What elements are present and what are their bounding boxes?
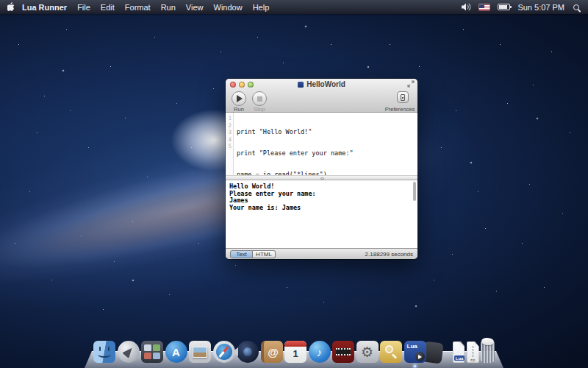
fullscreen-icon[interactable]: [407, 80, 415, 88]
zip-file-icon[interactable]: zip: [467, 342, 479, 363]
stop-button-label: Stop: [246, 106, 273, 113]
trash-paper: [481, 338, 494, 345]
magnifier-icon: [385, 345, 393, 353]
volume-menu-extra[interactable]: [462, 3, 471, 11]
dvd-player-icon[interactable]: [332, 341, 354, 363]
menu-edit[interactable]: Edit: [101, 3, 115, 12]
stop-button[interactable]: [252, 91, 267, 106]
lua-file-icon[interactable]: Lua: [453, 342, 465, 363]
app-store-icon[interactable]: A: [165, 341, 187, 363]
app-store-letter: A: [172, 346, 180, 358]
dock-icons: A @ 1 ♪ ⚙ Lua Lua zip: [93, 338, 495, 363]
input-language-menu-extra[interactable]: [478, 4, 490, 11]
line-number: 2: [226, 122, 233, 130]
rocket-glyph: [121, 345, 135, 358]
menu-run[interactable]: Run: [161, 3, 176, 12]
output-scrollbar[interactable]: [413, 182, 416, 201]
gear-icon: ⚙: [361, 344, 373, 361]
camera-app-icon[interactable]: [237, 341, 259, 363]
us-flag-icon: [478, 4, 490, 11]
output-line: Your name is: James: [229, 205, 417, 212]
line-number: 1: [226, 115, 233, 122]
finder-icon[interactable]: [93, 341, 115, 363]
magnifier-handle: [392, 353, 398, 359]
page-fold: [459, 342, 465, 347]
code-text[interactable]: print "Hello World!" print "Please enter…: [234, 113, 417, 175]
spotlight-icon[interactable]: [573, 4, 579, 10]
dock-divider: [448, 338, 448, 363]
window-tile: [144, 344, 151, 351]
splitter-grip-icon: [320, 177, 324, 180]
stop-icon: [257, 96, 262, 102]
window-tile: [153, 353, 160, 359]
at-glyph: @: [268, 346, 279, 358]
run-button[interactable]: [232, 91, 246, 106]
apple-icon: [7, 2, 15, 12]
ical-icon[interactable]: 1: [284, 341, 306, 363]
page-fold: [473, 342, 479, 347]
menu-bar: Lua Runner File Edit Format Run View Win…: [0, 0, 588, 14]
trash-icon[interactable]: [481, 342, 495, 363]
window-tile: [153, 344, 160, 351]
menu-file[interactable]: File: [77, 3, 90, 12]
code-line: print "Please enter your name:": [237, 150, 417, 158]
output-line: Please enter your name:: [229, 191, 417, 198]
safari-icon[interactable]: [213, 341, 235, 363]
preferences-button[interactable]: [397, 91, 409, 103]
line-number: 4: [226, 136, 233, 144]
active-app-name[interactable]: Lua Runner: [22, 3, 67, 12]
viewfinder-glyph: [232, 347, 238, 356]
launchpad-icon[interactable]: [118, 341, 140, 363]
address-book-icon[interactable]: @: [261, 341, 283, 363]
menu-window[interactable]: Window: [214, 3, 243, 12]
play-badge-icon: [415, 352, 425, 361]
compass-dial: [216, 344, 232, 360]
pane-splitter[interactable]: [226, 175, 417, 180]
tab-text[interactable]: Text: [230, 250, 253, 258]
calendar-header: [284, 341, 306, 347]
preferences-toggle-icon: [401, 94, 405, 101]
compass-needle: [219, 346, 229, 357]
lua-file-badge: Lua: [454, 355, 465, 361]
document-proxy-icon[interactable]: [298, 82, 304, 88]
dock: A @ 1 ♪ ⚙ Lua Lua zip: [85, 333, 503, 368]
itunes-icon[interactable]: ♪: [309, 341, 331, 363]
lens-glyph: [243, 347, 252, 356]
window-bottom-bar: Text HTML 2.188299 seconds: [226, 248, 417, 259]
helloworld-window: HelloWorld Run Stop Preferences 1 2 3 4 …: [226, 79, 417, 259]
speaker-icon: [462, 3, 471, 11]
code-editor[interactable]: 1 2 3 4 5 print "Hello World!" print "Pl…: [226, 113, 417, 175]
battery-menu-extra[interactable]: [498, 4, 510, 10]
window-tile: [144, 353, 151, 359]
output-area: Hello World! Please enter your name: Jam…: [226, 180, 417, 248]
film-strip-glyph: [336, 348, 351, 355]
line-number: 5: [226, 143, 233, 150]
window-chrome[interactable]: HelloWorld Run Stop Preferences: [226, 79, 417, 113]
battery-icon: [498, 4, 510, 10]
apple-menu[interactable]: [7, 2, 15, 12]
preview-icon[interactable]: [189, 341, 211, 363]
search-utility-icon[interactable]: [380, 341, 402, 363]
calendar-day: 1: [284, 347, 306, 361]
output-format-segmented-control: Text HTML: [230, 250, 276, 258]
photo-glyph: [193, 347, 207, 358]
menu-format[interactable]: Format: [125, 3, 151, 12]
preferences-button-label: Preferences: [384, 106, 416, 113]
zipper-glyph: [473, 346, 473, 357]
finder-smile: [98, 351, 111, 358]
window-title: HelloWorld: [226, 80, 417, 88]
running-indicator: [414, 365, 416, 367]
menu-help[interactable]: Help: [253, 3, 270, 12]
menu-view[interactable]: View: [186, 3, 204, 12]
line-number: 3: [226, 129, 233, 136]
line-number-gutter: 1 2 3 4 5: [226, 113, 234, 175]
system-preferences-icon[interactable]: ⚙: [356, 341, 379, 363]
code-line: print "Hello World!": [237, 129, 417, 136]
music-note-glyph: ♪: [317, 346, 323, 358]
menubar-clock[interactable]: Sun 5:07 PM: [517, 3, 564, 12]
execution-time-label: 2.188299 seconds: [365, 251, 413, 258]
lua-runner-icon[interactable]: Lua: [404, 341, 426, 363]
mission-control-icon[interactable]: [141, 341, 163, 363]
lua-label: Lua: [407, 343, 417, 350]
tab-html[interactable]: HTML: [253, 250, 276, 258]
